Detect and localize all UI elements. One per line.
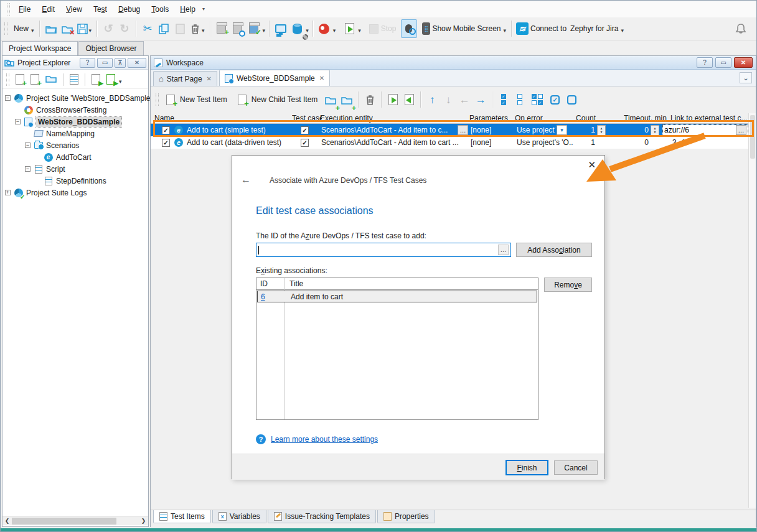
menu-debug[interactable]: Debug bbox=[113, 2, 146, 16]
toolbar-grip[interactable] bbox=[7, 3, 10, 16]
delete-test-item-button[interactable] bbox=[362, 90, 378, 109]
stop-button[interactable]: Stop bbox=[368, 19, 398, 38]
remove-button[interactable]: Remove bbox=[544, 278, 592, 292]
indent-button[interactable]: → bbox=[473, 90, 489, 109]
new-group-button[interactable]: + bbox=[322, 90, 339, 109]
move-up-button[interactable]: ↑ bbox=[424, 90, 440, 109]
tab-test-items[interactable]: Test Items bbox=[153, 510, 211, 523]
tree-item-namemapping[interactable]: NameMapping bbox=[34, 128, 95, 139]
new-child-group-button[interactable]: + bbox=[339, 90, 355, 109]
minimize-button[interactable]: ▭ bbox=[97, 58, 113, 68]
column-header-count[interactable]: Count bbox=[576, 114, 613, 123]
notifications-button[interactable] bbox=[733, 19, 749, 38]
dropdown-icon[interactable]: ▾ bbox=[89, 27, 92, 34]
dropdown-icon[interactable]: ▾ bbox=[358, 27, 361, 34]
tab-project-workspace[interactable]: Project Workspace bbox=[2, 41, 78, 55]
close-panel-button[interactable]: ✕ bbox=[128, 58, 146, 68]
tab-list-dropdown-button[interactable]: ⌄ bbox=[740, 72, 752, 83]
column-header-timeout[interactable]: Timeout, min bbox=[624, 114, 669, 123]
column-header-execution-entity[interactable]: Execution entity bbox=[320, 114, 444, 123]
invert-checks-button[interactable] bbox=[528, 90, 547, 109]
run-selected-button[interactable] bbox=[385, 90, 401, 109]
uncheck-group-button[interactable] bbox=[563, 90, 580, 109]
collapse-icon[interactable]: − bbox=[15, 119, 21, 124]
add-module-button[interactable]: + bbox=[214, 19, 230, 38]
screen-capture-button[interactable] bbox=[273, 19, 289, 38]
data-settings-button[interactable] bbox=[289, 19, 305, 38]
test-case-checkbox[interactable]: ✓ bbox=[301, 126, 309, 134]
run-focused-button[interactable] bbox=[401, 90, 417, 109]
connect-zephyr-button[interactable]: ≋ Connect to Zephyr for Jira ▾ bbox=[515, 19, 626, 38]
tab-variables[interactable]: Variables bbox=[212, 510, 266, 523]
delete-button[interactable]: ▾ bbox=[188, 19, 207, 38]
test-case-id-input[interactable]: … bbox=[256, 243, 511, 257]
add-project-button[interactable] bbox=[16, 74, 24, 85]
menu-overflow-icon[interactable]: ▾ bbox=[202, 6, 205, 12]
organize-items-button[interactable] bbox=[70, 74, 78, 85]
tab-object-browser[interactable]: Object Browser bbox=[78, 41, 143, 55]
add-item-button[interactable] bbox=[31, 74, 39, 85]
test-item-row[interactable]: ✓ e Add to cart (data-driven test) ✓ Sce… bbox=[151, 136, 750, 149]
toolbar-grip[interactable] bbox=[156, 93, 159, 106]
row-checkbox[interactable]: ✓ bbox=[162, 139, 170, 147]
finish-button[interactable]: Finish bbox=[506, 460, 548, 475]
dialog-close-icon[interactable]: ✕ bbox=[588, 159, 596, 170]
uncheck-all-button[interactable] bbox=[512, 90, 528, 109]
run-suite-button[interactable] bbox=[106, 74, 115, 85]
move-down-button[interactable]: ↓ bbox=[440, 90, 456, 109]
help-button[interactable]: ? bbox=[697, 57, 713, 68]
save-button[interactable]: ▾ bbox=[75, 19, 94, 38]
help-button[interactable]: ? bbox=[80, 58, 95, 68]
column-header-parameters[interactable]: Parameters bbox=[469, 114, 513, 123]
undo-button[interactable]: ↺ bbox=[100, 19, 116, 38]
tab-webstore-bddsample[interactable]: WebStore_BDDSample ✕ bbox=[219, 70, 330, 86]
menu-view[interactable]: View bbox=[60, 2, 88, 16]
dropdown-icon[interactable]: ▾ bbox=[119, 78, 122, 85]
check-group-button[interactable]: ✓ bbox=[547, 90, 563, 109]
new-child-test-item-button[interactable]: New Child Test Item bbox=[233, 90, 319, 109]
combo-dropdown-icon[interactable]: ▾ bbox=[557, 125, 567, 135]
new-test-item-button[interactable]: New Test Item bbox=[162, 90, 228, 109]
new-button[interactable]: New▾ bbox=[11, 19, 36, 38]
id-browse-button[interactable]: … bbox=[498, 245, 509, 255]
scroll-right-icon[interactable]: ❯ bbox=[139, 516, 148, 526]
dropdown-icon[interactable]: ▾ bbox=[333, 27, 336, 34]
record-button[interactable] bbox=[316, 19, 332, 38]
menu-test[interactable]: Test bbox=[88, 2, 113, 16]
toolbar-grip[interactable] bbox=[4, 22, 7, 35]
add-association-button[interactable]: Add Association bbox=[516, 243, 592, 257]
tree-item-crossbrowsertesting[interactable]: CrossBrowserTesting bbox=[24, 104, 106, 116]
redo-button[interactable]: ↻ bbox=[116, 19, 133, 38]
outdent-button[interactable]: ← bbox=[456, 90, 473, 109]
column-header-link[interactable]: Link to external test c... bbox=[670, 114, 748, 123]
vertical-scrollbar[interactable] bbox=[748, 113, 756, 508]
tab-issue-tracking-templates[interactable]: Issue-Tracking Templates bbox=[268, 510, 376, 523]
association-id-link[interactable]: 6 bbox=[258, 292, 285, 301]
dialog-back-icon[interactable]: ← bbox=[241, 174, 251, 185]
expand-icon[interactable]: + bbox=[5, 190, 11, 195]
close-tab-icon[interactable]: ✕ bbox=[207, 75, 212, 82]
verify-module-button[interactable]: ✓ bbox=[246, 19, 262, 38]
test-case-checkbox[interactable]: ✓ bbox=[301, 139, 309, 147]
tree-item-project-suite-logs[interactable]: + Project Suite Logs bbox=[5, 187, 87, 198]
column-header-name[interactable]: Name bbox=[154, 114, 279, 123]
timeout-value[interactable]: 0 bbox=[640, 124, 649, 136]
column-header-on-error[interactable]: On error bbox=[515, 114, 571, 123]
count-spinner[interactable]: ▲▼ bbox=[597, 125, 606, 136]
close-workspace-button[interactable]: ✕ bbox=[734, 57, 753, 68]
paste-button[interactable] bbox=[172, 19, 188, 38]
horizontal-scrollbar[interactable]: ❮ ❯ bbox=[2, 516, 148, 525]
run-button[interactable] bbox=[341, 19, 357, 38]
cancel-button[interactable]: Cancel bbox=[554, 460, 598, 475]
collapse-icon[interactable]: − bbox=[25, 166, 31, 172]
learn-more-link[interactable]: Learn more about these settings bbox=[271, 435, 378, 444]
menu-tools[interactable]: Tools bbox=[146, 2, 174, 16]
scrollbar-thumb[interactable] bbox=[750, 115, 755, 159]
count-value[interactable]: 1 bbox=[586, 124, 595, 136]
timeout-spinner[interactable]: ▲▼ bbox=[651, 125, 659, 136]
module-target-button[interactable] bbox=[230, 19, 246, 38]
close-file-button[interactable]: ✕ bbox=[59, 19, 75, 38]
dropdown-icon[interactable]: ▾ bbox=[202, 27, 205, 34]
cut-button[interactable]: ✂ bbox=[139, 19, 156, 38]
minimize-button[interactable]: ▭ bbox=[715, 57, 731, 68]
